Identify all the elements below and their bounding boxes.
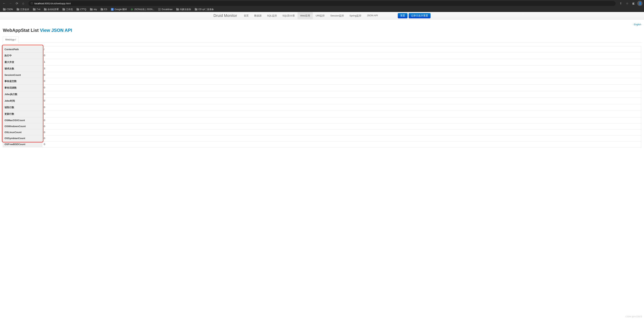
- stat-value: 0: [42, 91, 641, 98]
- stat-value: 0: [42, 98, 641, 104]
- bookmark-label: CTTQ: [80, 8, 86, 11]
- bookmarks-bar: CSDN江苏金农7+4自动化部署工作流CTTQskyESGGoogle 翻译✿J…: [0, 7, 644, 12]
- stat-value: 0: [42, 123, 641, 129]
- reset-button[interactable]: 重置: [398, 13, 408, 18]
- table-row: 事务回滚数0: [3, 84, 641, 91]
- nav-item[interactable]: URI监控: [313, 12, 328, 19]
- nav-item[interactable]: JSON API: [364, 12, 381, 19]
- bookmark-item[interactable]: 7+4: [32, 8, 42, 11]
- nav-item[interactable]: Spring监控: [347, 12, 364, 19]
- nav-item[interactable]: 数据源: [252, 12, 264, 19]
- table-row: 事务提交数0: [3, 78, 641, 84]
- stat-label: OSMacOSXCount: [3, 117, 42, 123]
- bookmark-item[interactable]: 自动化部署: [42, 7, 60, 12]
- bookmark-item[interactable]: ES: [99, 8, 109, 11]
- folder-icon: [76, 9, 79, 11]
- stat-value: 0: [42, 141, 641, 147]
- tab-webapp[interactable]: WebApp-/: [3, 37, 18, 43]
- bookmark-item[interactable]: GGoogle 翻译: [110, 7, 128, 12]
- bookmark-item[interactable]: 工作流: [61, 7, 74, 12]
- back-button[interactable]: ←: [2, 1, 7, 6]
- bookmark-item[interactable]: OD q4二面准备: [193, 7, 215, 12]
- bookmark-item[interactable]: CTTQ: [75, 8, 88, 11]
- nav-item[interactable]: SQL防火墙: [280, 12, 298, 19]
- tabs: WebApp-/: [3, 37, 641, 43]
- nav-item[interactable]: 首页: [241, 12, 252, 19]
- stat-label: 执行中: [3, 52, 42, 59]
- bookmark-item[interactable]: Excalidraw: [156, 8, 174, 11]
- share-icon[interactable]: ⇧: [618, 1, 624, 6]
- table-row: 更新行数0: [3, 111, 641, 117]
- profile-icon[interactable]: 👤: [637, 1, 642, 6]
- url-text: localhost:8081/druid/webapp.html: [34, 2, 613, 5]
- stat-label: 更新行数: [3, 111, 42, 117]
- page-title: WebAppStat List View JSON API: [3, 28, 641, 33]
- folder-icon: [33, 9, 36, 11]
- stat-value: /: [42, 46, 641, 52]
- bookmark-item[interactable]: sky: [88, 8, 98, 11]
- bookmark-label: CSDN: [6, 8, 13, 11]
- stat-value: 0: [42, 111, 641, 117]
- bookmark-label: OD q4二面准备: [198, 8, 214, 11]
- bookmark-item[interactable]: CSDN: [2, 8, 14, 11]
- nav-item[interactable]: Web应用: [298, 12, 313, 19]
- folder-icon: [195, 9, 198, 11]
- bookmark-label: sky: [94, 8, 97, 11]
- folder-icon: [44, 9, 46, 11]
- bookmark-label: 内蒙古政协: [180, 8, 191, 11]
- log-reset-button[interactable]: 记录日志并重置: [409, 13, 430, 18]
- forward-button[interactable]: →: [8, 1, 13, 6]
- stat-value: 0: [42, 129, 641, 135]
- table-row: OSSymbianCount0: [3, 135, 641, 141]
- table-row: 请求次数3: [3, 65, 641, 72]
- content: English WebAppStat List View JSON API We…: [0, 20, 644, 151]
- favicon: ✿: [130, 8, 133, 11]
- bookmark-label: Google 翻译: [114, 8, 127, 11]
- language-link[interactable]: English: [634, 23, 641, 26]
- stat-value: 0: [42, 135, 641, 141]
- url-bar[interactable]: ⓘ localhost:8081/druid/webapp.html: [28, 1, 616, 6]
- browser-toolbar: ← → ⟳ ⌂ ⓘ localhost:8081/druid/webapp.ht…: [0, 0, 644, 7]
- bookmark-item[interactable]: 内蒙古政协: [175, 7, 192, 12]
- stat-label: 事务回滚数: [3, 84, 42, 91]
- stat-value: 0: [42, 78, 641, 84]
- table-row: OSLinuxCount0: [3, 129, 641, 135]
- reload-button[interactable]: ⟳: [14, 1, 20, 6]
- stat-label: SessionCount: [3, 72, 42, 78]
- bookmark-label: Excalidraw: [162, 8, 172, 11]
- stat-value: 0: [42, 52, 641, 59]
- nav-item[interactable]: SQL监控: [264, 12, 280, 19]
- bookmark-label: 自动化部署: [48, 8, 59, 11]
- stat-label: OSSymbianCount: [3, 135, 42, 141]
- panel-icon[interactable]: ◧: [631, 1, 636, 6]
- brand[interactable]: Druid Monitor: [214, 14, 237, 18]
- bookmark-label: 工作流: [66, 8, 73, 11]
- bookmark-item[interactable]: 江苏金农: [15, 7, 31, 12]
- favicon: [158, 8, 161, 11]
- stat-label: ContextPath: [3, 46, 42, 52]
- table-row: ContextPath/: [3, 46, 641, 52]
- druid-navbar: Druid Monitor 首页数据源SQL监控SQL防火墙Web应用URI监控…: [0, 12, 644, 20]
- star-icon[interactable]: ☆: [624, 1, 630, 6]
- bookmark-label: 7+4: [36, 8, 40, 11]
- navbar-right: 重置 记录日志并重置: [398, 13, 430, 18]
- stat-label: 读取行数: [3, 104, 42, 111]
- bookmark-item[interactable]: ✿JSON在线 | JSON...: [129, 7, 156, 12]
- table-row: Jdbc时间0: [3, 98, 641, 104]
- stat-value: 0: [42, 104, 641, 111]
- stat-label: 事务提交数: [3, 78, 42, 84]
- table-row: OSFreeBSDCount0: [3, 141, 641, 147]
- stat-table-wrap: ContextPath/执行中0最大并发1请求次数3SessionCount0事…: [3, 46, 641, 147]
- favicon: G: [111, 8, 114, 11]
- bookmark-label: 江苏金农: [20, 8, 29, 11]
- stat-label: OSFreeBSDCount: [3, 141, 42, 147]
- table-row: Jdbc执行数0: [3, 91, 641, 98]
- table-row: 读取行数0: [3, 104, 641, 111]
- folder-icon: [17, 9, 19, 11]
- nav-item[interactable]: Session监控: [328, 12, 346, 19]
- folder-icon: [101, 9, 103, 11]
- home-button[interactable]: ⌂: [20, 1, 26, 6]
- table-row: OSMacOSXCount0: [3, 117, 641, 123]
- stat-label: Jdbc时间: [3, 98, 42, 104]
- view-json-api-link[interactable]: View JSON API: [40, 28, 72, 33]
